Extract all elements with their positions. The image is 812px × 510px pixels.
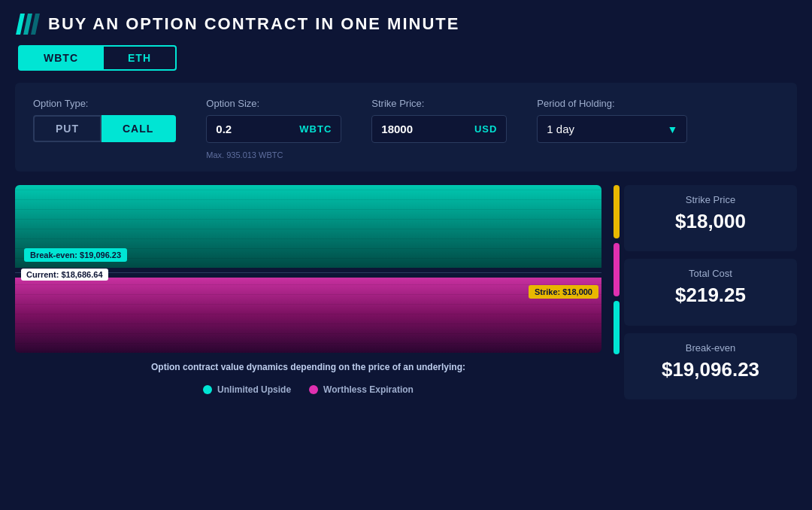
tab-eth[interactable]: ETH (104, 45, 177, 71)
tab-wbtc[interactable]: WBTC (18, 45, 104, 71)
charts-left: Break-even: $19,096.23 Current: $18,686.… (15, 185, 601, 399)
info-cards: Strike Price $18,000 Total Cost $219.25 … (624, 185, 797, 399)
breakeven-card-value: $19,096.23 (639, 358, 782, 381)
vertical-bar-yellow (614, 185, 620, 238)
legend-dot-pink (309, 385, 318, 394)
total-cost-card-value: $219.25 (639, 284, 782, 307)
strike-price-input[interactable] (381, 116, 474, 142)
form-section: Option Type: PUT CALL Option Size: WBTC … (15, 83, 797, 172)
strike-card-value: $18,000 (639, 210, 782, 233)
charts-section: Break-even: $19,096.23 Current: $18,686.… (0, 172, 812, 399)
strike-price-group: Strike Price: USD (371, 98, 507, 143)
breakeven-card-label: Break-even (639, 342, 782, 354)
legend-item-unlimited: Unlimited Upside (203, 384, 291, 395)
chart-top: Break-even: $19,096.23 (15, 185, 601, 268)
strike-card-label: Strike Price (639, 194, 782, 205)
header-logo-stripes (18, 14, 38, 35)
call-button[interactable]: CALL (102, 115, 176, 142)
option-size-input-wrapper: WBTC (206, 115, 341, 143)
breakeven-label: Break-even: $19,096.23 (24, 248, 127, 262)
chart-footer: Option contract value dynamics depending… (15, 359, 601, 399)
strike-price-label: Strike Price: (371, 98, 507, 109)
strike-label: Strike: $18,000 (529, 285, 598, 299)
strike-price-input-wrapper: USD (371, 115, 507, 143)
option-type-group: Option Type: PUT CALL (33, 98, 176, 142)
option-type-label: Option Type: (33, 98, 176, 109)
vertical-bar-pink (614, 243, 620, 296)
charts-right: Strike Price $18,000 Total Cost $219.25 … (614, 185, 797, 399)
current-label: Current: $18,686.64 (21, 269, 108, 281)
period-label: Period of Holding: (537, 98, 687, 109)
total-cost-card-label: Total Cost (639, 268, 782, 279)
chart-legend: Unlimited Upside Worthless Expiration (15, 380, 601, 399)
option-size-group: Option Size: WBTC Max. 935.013 WBTC (206, 98, 341, 159)
chart-caption: Option contract value dynamics depending… (15, 362, 601, 372)
chart-bottom: Strike: $18,000 (15, 278, 601, 353)
dropdown-arrow-icon: ▼ (667, 123, 677, 135)
option-size-label: Option Size: (206, 98, 341, 109)
put-button[interactable]: PUT (33, 115, 102, 142)
form-row: Option Type: PUT CALL Option Size: WBTC … (33, 98, 779, 159)
option-type-buttons: PUT CALL (33, 115, 176, 142)
stripe-3 (31, 14, 40, 35)
info-card-total-cost: Total Cost $219.25 (624, 259, 797, 325)
asset-tab-row: WBTC ETH (0, 45, 812, 83)
option-size-input[interactable] (216, 116, 299, 142)
period-select[interactable]: 1 day 3 days 7 days 14 days 30 days (547, 116, 661, 142)
option-size-max: Max. 935.013 WBTC (206, 150, 341, 159)
chart-bottom-wrapper: Current: $18,686.64 Strike: $18,000 (15, 278, 601, 353)
period-select-wrapper[interactable]: 1 day 3 days 7 days 14 days 30 days ▼ (537, 115, 687, 143)
info-card-breakeven: Break-even $19,096.23 (624, 333, 797, 399)
vertical-bars (614, 185, 620, 399)
legend-label-worthless: Worthless Expiration (323, 384, 414, 395)
legend-label-unlimited: Unlimited Upside (217, 384, 291, 395)
period-group: Period of Holding: 1 day 3 days 7 days 1… (537, 98, 687, 143)
legend-item-worthless: Worthless Expiration (309, 384, 414, 395)
legend-dot-teal (203, 385, 212, 394)
header: BUY AN OPTION CONTRACT IN ONE MINUTE (0, 0, 812, 45)
vertical-bar-teal (614, 301, 620, 354)
page-title: BUY AN OPTION CONTRACT IN ONE MINUTE (48, 14, 459, 34)
option-size-unit: WBTC (299, 123, 332, 135)
strike-price-unit: USD (474, 123, 497, 135)
info-card-strike: Strike Price $18,000 (624, 185, 797, 251)
